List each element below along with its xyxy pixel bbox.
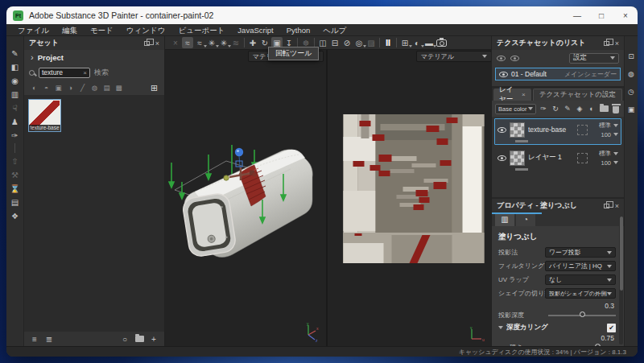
delete-layer-icon[interactable]: [611, 103, 621, 114]
view-list-icon[interactable]: ≣: [43, 333, 55, 344]
filter-brushes-icon[interactable]: ╱: [77, 83, 88, 93]
float-panel-icon[interactable]: [604, 41, 609, 46]
properties-scrollbar[interactable]: [619, 217, 623, 344]
history-button[interactable]: ⌛: [9, 183, 22, 194]
opacity-value[interactable]: 100: [601, 131, 611, 138]
material-mode-dropdown-2d[interactable]: マテリアル: [416, 51, 491, 62]
reproject-icon[interactable]: ↻: [551, 103, 560, 114]
titlebar[interactable]: Pt Adobe Substance 3D Painter - containe…: [6, 6, 638, 24]
lazy-mouse-tool[interactable]: ≋: [230, 37, 242, 48]
polygon-fill-tool[interactable]: ▥: [9, 89, 22, 100]
grid-view-icon[interactable]: ⊞: [149, 83, 159, 93]
display-settings-icon[interactable]: ⊡: [625, 51, 637, 62]
toolbar-close-icon[interactable]: ×: [170, 37, 181, 48]
export-textures-button[interactable]: ⇧: [9, 155, 22, 167]
menu-file[interactable]: ファイル: [11, 24, 56, 36]
layer-thumbnail[interactable]: [510, 122, 525, 138]
symmetry-settings-button[interactable]: ⊞: [399, 37, 411, 48]
menu-window[interactable]: ウィンドウ: [120, 24, 172, 36]
viewport-3d[interactable]: マテリアル: [165, 50, 326, 346]
view-details-icon[interactable]: ≡: [29, 333, 40, 344]
3d-model-canvas[interactable]: [168, 113, 325, 296]
blend-mode-value[interactable]: 標準: [599, 150, 611, 158]
minimize-button[interactable]: —: [565, 6, 589, 24]
filter-materials-icon[interactable]: ◐: [29, 83, 39, 93]
tab-shader-properties[interactable]: ◔: [516, 212, 535, 226]
uv-texture-canvas[interactable]: [343, 114, 485, 263]
layer-mask-placeholder[interactable]: [577, 153, 588, 163]
project-row[interactable]: › Project: [24, 50, 164, 64]
chevron-right-icon[interactable]: ›: [31, 52, 34, 62]
menu-mode[interactable]: モード: [84, 24, 120, 36]
shelf-button[interactable]: ❖: [9, 210, 22, 221]
search-input[interactable]: texture ×: [39, 68, 90, 78]
menu-viewport[interactable]: ビューポート: [171, 24, 231, 36]
layer-row-texture-base[interactable]: texture-base 標準 100: [494, 118, 621, 145]
visibility-eye-icon[interactable]: [499, 72, 508, 77]
uv-wrap-select[interactable]: なし: [545, 274, 616, 285]
menu-javascript[interactable]: JavaScript: [231, 24, 279, 36]
viewport-2d[interactable]: マテリアル: [328, 50, 491, 346]
menu-python[interactable]: Python: [280, 24, 317, 36]
clear-search-icon[interactable]: ×: [83, 69, 87, 76]
import-assets-icon[interactable]: +: [148, 333, 159, 344]
add-fill-layer-icon[interactable]: ◈: [575, 103, 584, 114]
float-panel-icon[interactable]: [144, 41, 150, 46]
shader-settings-icon[interactable]: ◍: [625, 68, 637, 80]
log-panel-icon[interactable]: ▣: [625, 104, 637, 115]
camera-mode-button[interactable]: ▬: [423, 37, 435, 48]
add-effect-icon[interactable]: ✑: [539, 103, 548, 114]
solo-eye-icon[interactable]: [510, 56, 519, 61]
filter-textures-icon[interactable]: ▤: [101, 83, 112, 93]
paint-roller-tool[interactable]: ✳: [206, 37, 217, 48]
bake-textures-button[interactable]: ⚒: [9, 169, 22, 180]
slider-knob[interactable]: [580, 311, 585, 317]
add-folder-icon[interactable]: [599, 103, 609, 114]
filter-alphas-icon[interactable]: ◍: [89, 83, 100, 93]
show-all-eye-icon[interactable]: [497, 56, 506, 61]
opacity-value[interactable]: 100: [601, 159, 611, 167]
layer-row-layer1[interactable]: レイヤー 1 標準 100: [494, 146, 621, 173]
uv-tiles-button[interactable]: ▤: [9, 196, 22, 208]
particle-brush-tool[interactable]: ✳: [218, 37, 229, 48]
history-panel-icon[interactable]: ◷: [625, 86, 637, 97]
tab-close-icon[interactable]: ×: [522, 91, 526, 98]
maximize-button[interactable]: □: [589, 6, 613, 24]
clone-tool[interactable]: ♟: [9, 116, 22, 127]
layer-thumbnail[interactable]: [510, 151, 525, 166]
filter-environments-icon[interactable]: ▩: [114, 83, 124, 93]
close-panel-icon[interactable]: ×: [155, 39, 159, 47]
tab-material-properties[interactable]: ▥: [495, 212, 514, 226]
settings-dropdown[interactable]: 設定: [569, 53, 619, 64]
material-mode-button[interactable]: ◐: [411, 37, 423, 48]
blend-mode-value[interactable]: 標準: [599, 122, 611, 130]
snap-button[interactable]: ◎: [353, 37, 365, 48]
filter-smart-materials-icon[interactable]: ◓: [41, 83, 52, 93]
material-picker-tool[interactable]: ✑: [9, 130, 22, 141]
stroke-dynamics-tool[interactable]: ≈: [194, 37, 205, 48]
layer-mask-placeholder[interactable]: [577, 125, 588, 135]
close-panel-icon[interactable]: ×: [615, 39, 619, 47]
tab-layers[interactable]: レイヤー ×: [493, 89, 531, 101]
depth-slider[interactable]: [548, 315, 616, 316]
culling-checkbox[interactable]: [607, 324, 616, 332]
new-library-icon[interactable]: [134, 333, 145, 344]
tab-texture-set-settings[interactable]: テクスチャセットの設定: [533, 89, 622, 101]
mirror-vertical-button[interactable]: ⊟: [329, 37, 341, 48]
projection-tool[interactable]: ◉: [9, 75, 22, 86]
collapse-icon[interactable]: [498, 326, 503, 329]
channel-dropdown[interactable]: Base color: [495, 104, 536, 114]
stroke-tool[interactable]: ≈: [182, 37, 193, 48]
layer-visibility-icon[interactable]: [497, 127, 506, 133]
close-button[interactable]: ×: [613, 6, 638, 24]
paint-tool[interactable]: ✎: [9, 47, 22, 59]
sync-assets-icon[interactable]: ○: [119, 333, 130, 344]
projection-mode-select[interactable]: ワープ投影: [545, 247, 616, 258]
float-panel-icon[interactable]: [604, 204, 609, 208]
pause-engine-button[interactable]: Ⅱ: [382, 37, 394, 48]
shape-crop-select[interactable]: 投影がシェイプの外側に拡張: [545, 288, 616, 299]
smudge-tool[interactable]: ☟: [9, 102, 22, 113]
move-tool[interactable]: ✚: [247, 37, 258, 48]
menu-help[interactable]: ヘルプ: [316, 24, 353, 36]
filtering-select[interactable]: バイリニア法 | HQ: [545, 261, 616, 271]
